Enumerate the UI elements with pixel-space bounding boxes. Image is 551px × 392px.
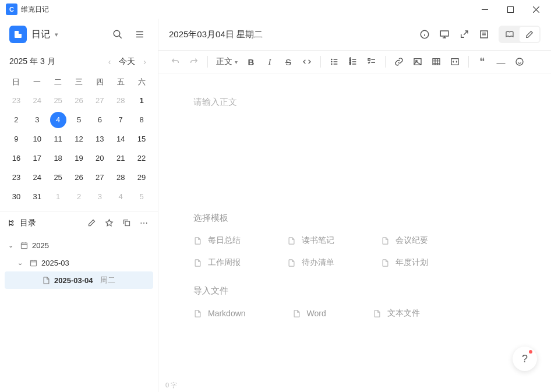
calendar-day[interactable]: 23: [6, 168, 27, 187]
template-item[interactable]: 文本文件: [373, 308, 420, 319]
calendar-day[interactable]: 31: [27, 187, 48, 206]
minimize-button[interactable]: [472, 0, 497, 19]
outline-button[interactable]: [475, 26, 493, 43]
bold-button[interactable]: B: [242, 53, 260, 70]
undo-button[interactable]: [167, 53, 184, 70]
calendar-day[interactable]: 24: [27, 168, 48, 187]
info-button[interactable]: [416, 26, 433, 43]
calendar-day[interactable]: 8: [131, 110, 152, 129]
search-button[interactable]: [109, 26, 126, 43]
calendar-day[interactable]: 30: [6, 187, 27, 206]
diary-label[interactable]: 日记: [31, 29, 50, 41]
code-button[interactable]: [298, 53, 316, 70]
calendar-day[interactable]: 25: [48, 91, 69, 110]
quote-button[interactable]: “: [474, 53, 491, 70]
calendar-day[interactable]: 4: [110, 187, 131, 206]
calendar-day[interactable]: 21: [110, 149, 131, 168]
calendar-day[interactable]: 15: [131, 129, 152, 149]
chevron-down-icon[interactable]: ▾: [55, 31, 58, 38]
editor-body[interactable]: 请输入正文 选择模板 每日总结读书笔记会议纪要工作周报待办清单年度计划 导入文件…: [158, 73, 551, 378]
codeblock-button[interactable]: [446, 53, 464, 70]
calendar-prev[interactable]: ‹: [106, 56, 114, 68]
task-list-button[interactable]: [363, 53, 380, 70]
calendar-weekday: 日: [6, 73, 27, 91]
calendar-day[interactable]: 13: [89, 129, 110, 149]
template-item[interactable]: 工作周报: [193, 257, 241, 268]
template-item[interactable]: Markdown: [193, 308, 246, 319]
strikethrough-button[interactable]: S: [280, 53, 297, 70]
template-item[interactable]: 待办清单: [287, 257, 334, 268]
template-item[interactable]: 每日总结: [193, 235, 241, 246]
calendar-day[interactable]: 2: [6, 110, 27, 129]
calendar-day[interactable]: 26: [69, 168, 90, 187]
bullet-list-button[interactable]: [326, 53, 343, 70]
calendar-day[interactable]: 26: [69, 91, 90, 110]
locate-icon[interactable]: [102, 216, 116, 230]
template-item[interactable]: 读书笔记: [287, 235, 334, 246]
edit-mode-button[interactable]: [520, 27, 539, 42]
image-button[interactable]: [409, 53, 426, 70]
calendar-day[interactable]: 28: [110, 91, 131, 110]
calendar-day[interactable]: 9: [6, 129, 27, 149]
calendar-day[interactable]: 17: [27, 149, 48, 168]
calendar-day[interactable]: 5: [69, 110, 90, 129]
edit-icon[interactable]: [84, 216, 98, 230]
calendar-day[interactable]: 29: [131, 168, 152, 187]
calendar-day[interactable]: 25: [48, 168, 69, 187]
calendar-day[interactable]: 7: [110, 110, 131, 129]
copy-icon[interactable]: [119, 216, 133, 230]
template-item[interactable]: 年度计划: [381, 257, 428, 268]
share-button[interactable]: [455, 26, 473, 43]
calendar-day[interactable]: 2: [69, 187, 90, 206]
help-button[interactable]: ?: [513, 347, 537, 371]
tree-item[interactable]: 2025-03-04周二: [5, 271, 153, 289]
template-item[interactable]: Word: [292, 308, 326, 319]
more-icon[interactable]: ⋯: [137, 216, 151, 230]
maximize-button[interactable]: [497, 0, 523, 19]
emoji-button[interactable]: [511, 53, 528, 70]
italic-button[interactable]: I: [261, 53, 278, 70]
calendar-day[interactable]: 12: [69, 129, 90, 149]
redo-button[interactable]: [185, 53, 203, 70]
calendar-day[interactable]: 1: [131, 91, 152, 110]
calendar-day[interactable]: 1: [48, 187, 69, 206]
calendar-day[interactable]: 19: [69, 149, 90, 168]
calendar-day[interactable]: 27: [89, 91, 110, 110]
calendar-day[interactable]: 3: [27, 110, 48, 129]
calendar-day[interactable]: 24: [27, 91, 48, 110]
link-button[interactable]: [390, 53, 408, 70]
calendar-day[interactable]: 11: [48, 129, 69, 149]
format-dropdown[interactable]: 正文 ▾: [213, 53, 241, 70]
close-button[interactable]: [523, 0, 549, 19]
present-button[interactable]: [436, 26, 453, 43]
calendar-day[interactable]: 10: [27, 129, 48, 149]
logo[interactable]: [9, 26, 27, 43]
table-button[interactable]: [428, 53, 445, 70]
calendar-day[interactable]: 4: [48, 110, 69, 129]
calendar-day[interactable]: 20: [89, 149, 110, 168]
tree-label: 2025-03-04: [54, 276, 93, 285]
calendar-title[interactable]: 2025 年 3 月: [9, 56, 55, 67]
tree-item[interactable]: ⌄2025: [5, 236, 153, 254]
template-item[interactable]: 会议纪要: [381, 235, 428, 246]
menu-button[interactable]: [131, 26, 149, 43]
tree-item[interactable]: ⌄2025-03: [5, 254, 153, 271]
calendar-day[interactable]: 22: [131, 149, 152, 168]
calendar-day[interactable]: 18: [48, 149, 69, 168]
file-icon: [193, 309, 202, 318]
calendar-day[interactable]: 3: [89, 187, 110, 206]
calendar-day[interactable]: 14: [110, 129, 131, 149]
tree-toggle[interactable]: ⌄: [8, 242, 16, 249]
divider-button[interactable]: —: [492, 53, 510, 70]
calendar-day[interactable]: 16: [6, 149, 27, 168]
read-mode-button[interactable]: [500, 27, 520, 42]
calendar-day[interactable]: 28: [110, 168, 131, 187]
calendar-today-button[interactable]: 今天: [115, 55, 139, 68]
ordered-list-button[interactable]: 123: [344, 53, 362, 70]
calendar-day[interactable]: 6: [89, 110, 110, 129]
calendar-day[interactable]: 27: [89, 168, 110, 187]
tree-toggle[interactable]: ⌄: [17, 259, 26, 267]
calendar-day[interactable]: 5: [131, 187, 152, 206]
calendar-next[interactable]: ›: [141, 56, 149, 68]
calendar-day[interactable]: 23: [6, 91, 27, 110]
